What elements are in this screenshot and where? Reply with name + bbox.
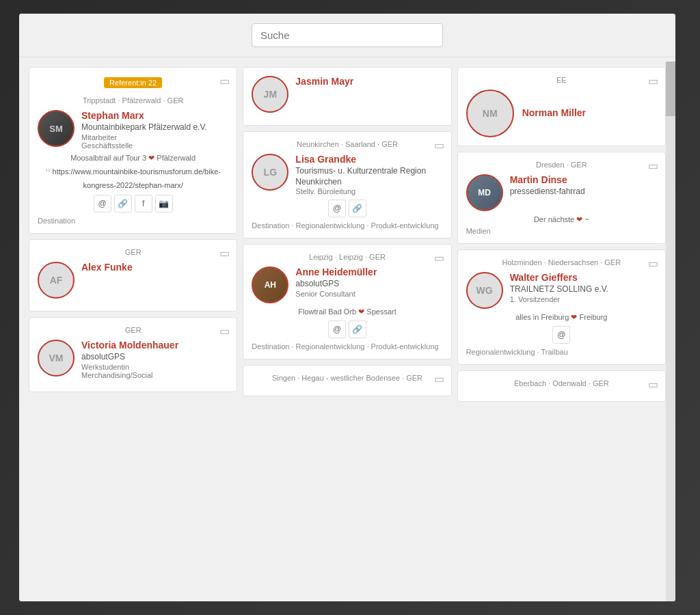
email-btn-walter[interactable]: @ (552, 326, 570, 344)
search-input[interactable]: Suche (252, 23, 443, 47)
avatar-alex: AF (38, 262, 75, 299)
name-lisa: Lisa Grandke (295, 154, 442, 165)
card-walter: ▭ Holzminden · Niedersachsen · GER WG Wa… (457, 249, 666, 365)
bookmark-stephan[interactable]: ▭ (219, 74, 230, 87)
detail-stephan: Moosalbtrail auf Tour 3 ❤ Pfälzerwald (38, 154, 228, 163)
modal-scrollbar-thumb[interactable] (666, 62, 675, 116)
bookmark-partial-col3[interactable]: ▭ (648, 378, 658, 391)
person-row-alex: AF Alex Funke (38, 262, 228, 299)
role-walter: 1. Vorsitzender (510, 295, 657, 303)
detail-martin: Der nächste ❤ ~ (466, 215, 657, 224)
bookmark-victoria[interactable]: ▭ (219, 325, 230, 338)
name-anne: Anne Heidemüller (295, 266, 442, 277)
org-anne: absolutGPS (295, 279, 442, 290)
card-lisa: ▭ Neunkirchen · Saarland · GER LG Lisa G… (243, 131, 451, 238)
email-btn-anne[interactable]: @ (328, 320, 346, 338)
card-martin: ▭ Dresden · GER MD Martin Dinse pressedi… (457, 152, 666, 244)
name-alex: Alex Funke (81, 262, 228, 273)
email-btn-stephan[interactable]: @ (94, 195, 111, 213)
tags-walter: Regionalentwicklung · Trailbau (466, 348, 657, 356)
role2-victoria: Merchandising/Social (81, 371, 228, 379)
avatar-norman: NM (466, 90, 514, 137)
org-stephan: Mountainbikepark Pfälzerwald e.V. (81, 122, 228, 133)
location-norman: EE (466, 76, 657, 84)
role1-stephan: Mitarbeiter (81, 133, 228, 141)
role2-stephan: Geschäftsstelle (81, 141, 228, 150)
card-victoria: ▭ GER VM Victoria Moldenhauer absolutGPS… (29, 317, 237, 392)
avatar-stephan: SM (38, 110, 75, 147)
avatar-walter: WG (466, 272, 503, 309)
avatar-victoria: VM (38, 340, 75, 377)
card-norman: ▭ EE NM Norman Miller (457, 67, 666, 146)
role1-victoria: Werkstudentin (81, 363, 228, 371)
tags-lisa: Destination · Regionalentwicklung · Prod… (252, 221, 442, 230)
bookmark-partial-col2[interactable]: ▭ (434, 372, 444, 385)
role-lisa: Stellv. Büroleitung (295, 187, 442, 195)
info-walter: Walter Gieffers TRAILNETZ SOLLING e.V. 1… (510, 272, 657, 303)
location-anne: Leipzig · Leipzig · GER (252, 253, 442, 261)
person-row-anne: AH Anne Heidemüller absolutGPS Senior Co… (252, 266, 442, 303)
email-btn-lisa[interactable]: @ (328, 200, 346, 217)
content-area: ▭ Referent:in 22 Trippstadt · Pfälzerwal… (19, 57, 675, 601)
card-partial-col3: ▭ Eberbach · Odenwald · GER (457, 370, 666, 402)
name-martin: Martin Dinse (510, 174, 657, 185)
bookmark-alex[interactable]: ▭ (219, 247, 230, 260)
bookmark-walter[interactable]: ▭ (648, 257, 658, 270)
location-martin: Dresden · GER (466, 161, 657, 169)
info-victoria: Victoria Moldenhauer absolutGPS Werkstud… (81, 340, 228, 379)
avatar-lisa: LG (252, 154, 288, 191)
avatar-anne: AH (252, 266, 288, 303)
person-row-norman: NM Norman Miller (466, 90, 657, 137)
tag-martin: Medien (466, 227, 657, 235)
name-norman: Norman Miller (522, 107, 657, 118)
facebook-btn-stephan[interactable]: f (135, 195, 152, 213)
location-partial-col2: Singen · Hegau - westlicher Bodensee · G… (252, 374, 442, 382)
role-anne: Senior Consultant (295, 290, 442, 298)
location-partial-col3: Eberbach · Odenwald · GER (466, 379, 657, 387)
bookmark-anne[interactable]: ▭ (434, 251, 444, 264)
icon-buttons-anne: @ 🔗 (252, 320, 442, 338)
org-walter: TRAILNETZ SOLLING e.V. (510, 284, 657, 295)
card-anne: ▭ Leipzig · Leipzig · GER AH Anne Heidem… (243, 244, 451, 359)
location-walter: Holzminden · Niedersachsen · GER (466, 258, 657, 266)
column-3: ▭ EE NM Norman Miller ▭ Dresden · GER MD (455, 64, 669, 594)
name-victoria: Victoria Moldenhauer (81, 340, 228, 351)
card-stephan-marx: ▭ Referent:in 22 Trippstadt · Pfälzerwal… (29, 67, 237, 234)
card-alex-funke: ▭ GER AF Alex Funke (29, 239, 237, 312)
info-martin: Martin Dinse pressedienst-fahrrad (510, 174, 657, 197)
column-2: JM Jasmin Mayr ▭ Neunkirchen · Saarland … (240, 64, 454, 594)
location-stephan: Trippstadt · Pfälzerwald · GER (38, 96, 228, 105)
person-row-victoria: VM Victoria Moldenhauer absolutGPS Werks… (38, 340, 228, 379)
detail-anne: Flowtrail Bad Orb ❤ Spessart (252, 308, 442, 316)
search-bar-area: Suche (19, 14, 675, 57)
info-lisa: Lisa Grandke Tourismus- u. Kulturzentral… (295, 154, 442, 195)
bookmark-lisa[interactable]: ▭ (434, 139, 444, 152)
badge-referent: Referent:in 22 (104, 77, 162, 88)
avatar-martin: MD (466, 174, 503, 211)
bookmark-norman[interactable]: ▭ (648, 74, 658, 87)
modal: Suche ▭ Referent:in 22 Trippstadt · Pfäl… (19, 14, 675, 601)
location-victoria: GER (38, 326, 228, 334)
instagram-btn-stephan[interactable]: 📷 (155, 195, 173, 213)
person-row-martin: MD Martin Dinse pressedienst-fahrrad (466, 174, 657, 211)
info-stephan: Stephan Marx Mountainbikepark Pfälzerwal… (81, 110, 228, 150)
link-btn-stephan[interactable]: 🔗 (114, 195, 132, 213)
link-btn-anne[interactable]: 🔗 (349, 320, 366, 338)
tags-anne: Destination · Regionalentwicklung · Prod… (252, 342, 442, 351)
person-row-lisa: LG Lisa Grandke Tourismus- u. Kulturzent… (252, 154, 442, 195)
card-partial-col2: ▭ Singen · Hegau - westlicher Bodensee ·… (243, 365, 451, 396)
tag-stephan: Destination (38, 217, 228, 225)
icon-buttons-walter: @ (466, 326, 657, 344)
info-norman: Norman Miller (522, 107, 657, 120)
card-jasmin: JM Jasmin Mayr (243, 67, 451, 126)
info-anne: Anne Heidemüller absolutGPS Senior Consu… (295, 266, 442, 298)
name-stephan: Stephan Marx (81, 110, 228, 121)
location-alex: GER (38, 248, 228, 256)
link-btn-lisa[interactable]: 🔗 (349, 200, 366, 217)
org-victoria: absolutGPS (81, 352, 228, 363)
bookmark-martin[interactable]: ▭ (648, 159, 658, 172)
icon-buttons-stephan: @ 🔗 f 📷 (38, 195, 228, 213)
person-row-stephan: SM Stephan Marx Mountainbikepark Pfälzer… (38, 110, 228, 150)
modal-scrollbar[interactable] (666, 62, 675, 601)
person-row-walter: WG Walter Gieffers TRAILNETZ SOLLING e.V… (466, 272, 657, 309)
